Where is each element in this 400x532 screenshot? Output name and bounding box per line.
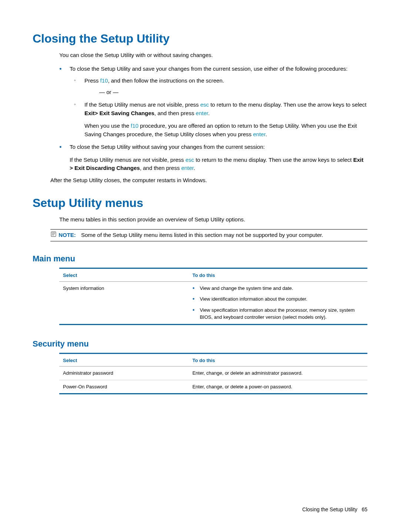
footer-title: Closing the Setup Utility [302,506,357,512]
outro-paragraph: After the Setup Utility closes, the comp… [50,176,367,185]
note-label: NOTE: [59,232,76,238]
note-text: Some of the Setup Utility menu items lis… [81,232,323,238]
key-enter: enter [196,110,208,116]
security-col-select: Select [59,353,189,367]
list-item: View identification information about th… [192,295,364,303]
main-col-todo: To do this [189,268,367,282]
key-enter-3: enter [181,165,193,171]
sub-bullet-f10-note: When you use the f10 procedure, you are … [84,122,367,138]
exit-saving-changes: Exit> Exit Saving Changes [84,110,154,116]
security-menu-table: Select To do this Administrator password… [59,353,367,395]
note-icon [50,231,57,240]
heading-main-menu: Main menu [33,252,367,265]
procedure-list: To close the Setup Utility and save your… [33,65,367,173]
sub-bullet-f10: Press f10, and then follow the instructi… [70,77,367,96]
key-f10-2: f10 [131,123,139,129]
table-row: System information View and change the s… [59,281,367,324]
bullet-save-changes: To close the Setup Utility and save your… [55,65,367,139]
table-row: Power-On Password Enter, change, or dele… [59,380,367,394]
key-f10: f10 [100,77,108,84]
intro-paragraph: You can close the Setup Utility with or … [59,51,367,60]
note-box: NOTE: Some of the Setup Utility menu ite… [50,229,367,242]
key-esc: esc [200,101,209,108]
security-row-select: Power-On Password [59,380,189,394]
main-row1-select: System information [59,281,189,324]
bullet-discard-changes: To close the Setup Utility without savin… [55,143,367,173]
sub-bullet-esc-exit-save: If the Setup Utility menus are not visib… [70,101,367,138]
table-row: Administrator password Enter, change, or… [59,367,367,380]
menus-intro: The menu tables in this section provide … [59,215,367,224]
security-row-select: Administrator password [59,367,189,380]
key-enter-2: enter [253,131,265,137]
heading-security-menu: Security menu [33,338,367,350]
footer-page-number: 65 [361,506,367,512]
security-row-todo: Enter, change, or delete a power-on pass… [189,380,367,394]
or-separator: — or — [99,88,367,97]
page-footer: Closing the Setup Utility 65 [302,506,367,513]
bullet2-text: To close the Setup Utility without savin… [70,144,265,150]
list-item: View specification information about the… [192,307,364,321]
list-item: View and change the system time and date… [192,285,364,292]
main-row1-todo: View and change the system time and date… [189,281,367,324]
heading-closing-setup: Closing the Setup Utility [33,30,367,47]
security-row-todo: Enter, change, or delete an administrato… [189,367,367,380]
security-col-todo: To do this [189,353,367,367]
key-esc-2: esc [186,157,194,163]
svg-rect-0 [51,232,56,237]
heading-setup-utility-menus: Setup Utility menus [33,194,367,212]
main-menu-table: Select To do this System information Vie… [59,268,367,325]
main-col-select: Select [59,268,189,282]
bullet1-text: To close the Setup Utility and save your… [70,66,347,72]
sub-procedure-list: Press f10, and then follow the instructi… [70,77,367,138]
discard-instruction: If the Setup Utility menus are not visib… [70,156,367,173]
